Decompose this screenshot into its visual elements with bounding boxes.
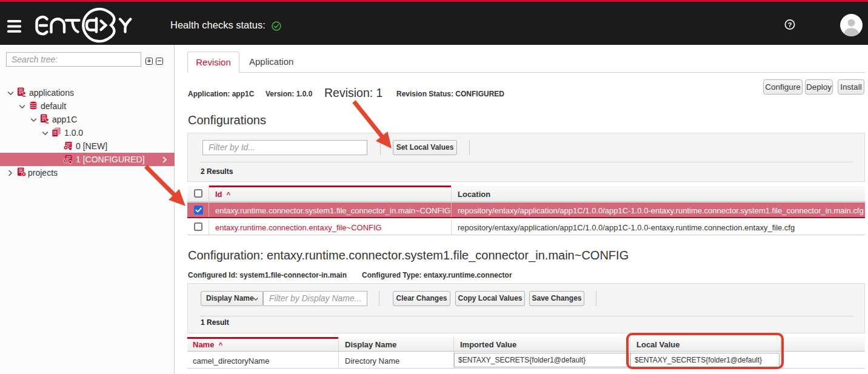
svg-text:?: ? xyxy=(787,21,792,28)
